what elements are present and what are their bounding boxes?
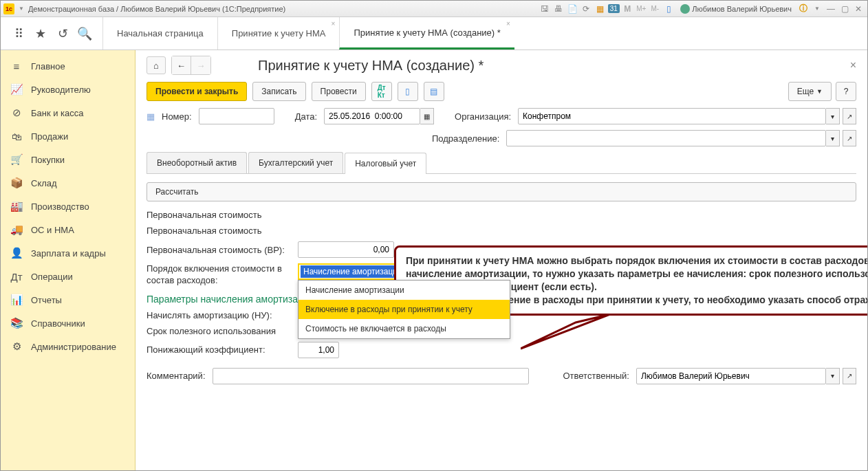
coef-label: Понижающий коэффициент: [147, 344, 291, 355]
initcost-br-input[interactable] [298, 241, 394, 258]
dd-icon[interactable]: ▾ [826, 108, 840, 124]
open-icon[interactable]: ↗ [843, 108, 856, 124]
inner-tabs: Внеоборотный актив Бухгалтерский учет На… [147, 152, 856, 174]
sidebar-item-admin[interactable]: ⚙Администрирование [1, 335, 135, 358]
number-label: Номер: [162, 111, 192, 122]
initcost-label2: Первоначальная стоимость [147, 226, 262, 236]
tb-doc-icon[interactable]: 📄 [566, 3, 578, 15]
titlebar-dd-icon[interactable]: ▼ [19, 6, 24, 12]
ops-icon: Дт [10, 270, 23, 283]
apps-icon[interactable]: ⠿ [10, 25, 27, 42]
date-input[interactable] [324, 108, 420, 124]
dtkt-button[interactable]: ДтКт [371, 82, 392, 101]
bag-icon: 🛍 [10, 130, 23, 142]
inner-tab-tax[interactable]: Налоговый учет [345, 153, 426, 174]
sidebar-item-hr[interactable]: 👤Зарплата и кадры [1, 241, 135, 265]
close-icon[interactable]: ✕ [852, 3, 865, 15]
calendar-icon[interactable]: ▦ [420, 108, 434, 124]
people-icon: 👤 [10, 247, 23, 259]
titlebar: 1c ▼ Демонстрационная база / Любимов Вал… [1, 1, 867, 17]
tab-close-icon[interactable]: × [332, 20, 336, 28]
coin-icon: ⊘ [10, 107, 23, 119]
app-window: 1c ▼ Демонстрационная база / Любимов Вал… [0, 0, 868, 471]
post-and-close-button[interactable]: Провести и закрыть [147, 82, 247, 101]
sidebar-item-catalogs[interactable]: 📚Справочники [1, 311, 135, 335]
help-button[interactable]: ? [836, 82, 856, 101]
search-icon[interactable]: 🔍 [76, 25, 93, 42]
comment-input[interactable] [213, 368, 529, 384]
tb-calc-icon[interactable]: ▦ [594, 3, 606, 15]
menu-icon: ≡ [10, 60, 23, 72]
minimize-icon[interactable]: — [825, 3, 837, 15]
org-input[interactable] [518, 108, 826, 124]
recalc-button[interactable]: Рассчитать [147, 182, 856, 201]
post-button[interactable]: Провести [312, 82, 366, 101]
tb-print-icon[interactable]: 🖶 [552, 3, 565, 15]
tab-close-icon[interactable]: × [506, 20, 510, 28]
tab-home[interactable]: Начальная страница [102, 17, 217, 50]
tb-dd-icon[interactable]: ▼ [811, 3, 823, 15]
save-button[interactable]: Записать [252, 82, 305, 101]
chart-icon: 📈 [10, 83, 23, 96]
sidebar-item-operations[interactable]: ДтОперации [1, 265, 135, 288]
dropdown-list: Начисление амортизации Включение в расхо… [298, 280, 510, 339]
sidebar-item-purchases[interactable]: 🛒Покупки [1, 148, 135, 171]
page-title: Принятие к учету НМА (создание) * [258, 58, 484, 74]
back-button[interactable]: ← [172, 56, 191, 74]
inner-tab-asset[interactable]: Внеоборотный актив [147, 152, 247, 173]
dd-option-2[interactable]: Стоимость не включается в расходы [299, 319, 510, 338]
current-user[interactable]: Любимов Валерий Юрьевич [676, 4, 796, 14]
tb-panel-icon[interactable]: ▯ [662, 3, 675, 15]
cart-icon: 🛒 [10, 153, 23, 166]
home-button[interactable]: ⌂ [147, 56, 166, 74]
factory-icon: 🏭 [10, 200, 23, 212]
dd-selected-value: Начисление амортизации [301, 265, 405, 278]
dd-icon[interactable]: ▾ [826, 368, 840, 384]
dd-option-0[interactable]: Начисление амортизации [299, 281, 510, 300]
sidebar-item-bank[interactable]: ⊘Банк и касса [1, 101, 135, 124]
window-title: Демонстрационная база / Любимов Валерий … [28, 5, 285, 13]
tb-save-icon[interactable]: 🖫 [539, 3, 551, 15]
sidebar: ≡Главное 📈Руководителю ⊘Банк и касса 🛍Пр… [1, 50, 135, 470]
sidebar-item-sales[interactable]: 🛍Продажи [1, 124, 135, 148]
sidebar-item-production[interactable]: 🏭Производство [1, 195, 135, 218]
dd-icon[interactable]: ▾ [826, 130, 840, 146]
sidebar-item-warehouse[interactable]: 📦Склад [1, 171, 135, 195]
sidebar-item-manager[interactable]: 📈Руководителю [1, 78, 135, 101]
more-button[interactable]: Еще ▼ [788, 82, 832, 101]
dd-option-1[interactable]: Включение в расходы при принятии к учету [299, 300, 510, 319]
sidebar-item-os-nma[interactable]: 🚚ОС и НМА [1, 218, 135, 241]
forward-button[interactable]: → [191, 56, 210, 74]
coef-input[interactable] [298, 342, 339, 358]
truck-icon: 🚚 [10, 223, 23, 236]
star-icon[interactable]: ★ [32, 25, 49, 42]
doc2-button[interactable]: ▤ [424, 82, 444, 101]
user-name: Любимов Валерий Юрьевич [692, 5, 792, 13]
tb-mminus-icon[interactable]: M- [649, 3, 661, 15]
tb-mplus-icon[interactable]: M+ [635, 3, 647, 15]
doc1-button[interactable]: ▯ [398, 82, 418, 101]
tb-m-icon[interactable]: M [621, 3, 633, 15]
dept-input[interactable] [506, 130, 826, 146]
page-close-icon[interactable]: × [850, 59, 856, 72]
sidebar-item-reports[interactable]: 📊Отчеты [1, 288, 135, 311]
open-icon[interactable]: ↗ [843, 368, 856, 384]
date-label: Дата: [295, 111, 317, 122]
orderinc-label: Порядок включения стоимости в состав рас… [147, 263, 291, 287]
open-icon[interactable]: ↗ [843, 130, 856, 146]
tab-nma-create[interactable]: Принятие к учету НМА (создание) *× [339, 17, 514, 50]
amortnu-label: Начислять амортизацию (НУ): [147, 310, 291, 320]
tb-info-icon[interactable]: ⓘ [797, 3, 810, 15]
sidebar-item-main[interactable]: ≡Главное [1, 54, 135, 78]
dept-label: Подразделение: [432, 133, 499, 144]
content-area: ⌂ ← → Принятие к учету НМА (создание) * … [135, 50, 867, 470]
tab-nma-list[interactable]: Принятие к учету НМА× [217, 17, 340, 50]
tb-calendar-icon[interactable]: 31 [607, 3, 620, 15]
history-icon[interactable]: ↺ [54, 25, 71, 42]
inner-tab-accounting[interactable]: Бухгалтерский учет [248, 152, 343, 173]
responsible-input[interactable] [636, 368, 826, 384]
number-input[interactable] [199, 108, 274, 124]
org-label: Организация: [455, 111, 511, 122]
tb-refresh-icon[interactable]: ⟳ [580, 3, 592, 15]
maximize-icon[interactable]: ▢ [838, 3, 851, 15]
